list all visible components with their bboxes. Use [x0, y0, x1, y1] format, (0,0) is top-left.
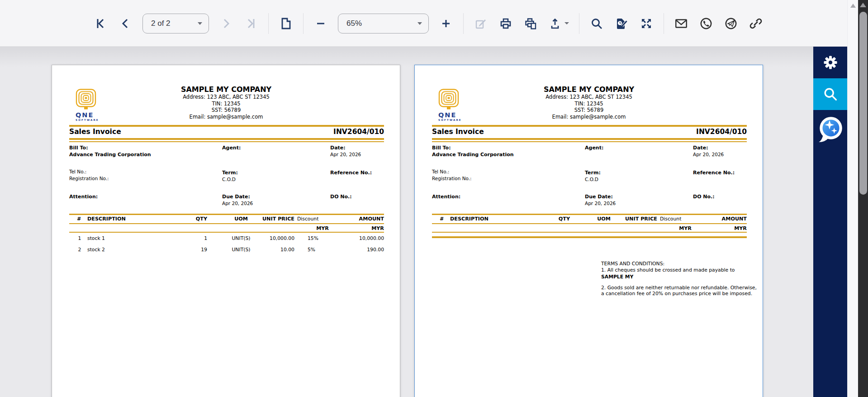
invoice-page-2[interactable]: QNE SOFTWARE SAMPLE MY COMPANY Address: … [414, 65, 763, 397]
inner-scrollbar[interactable] [847, 0, 858, 397]
table-header-unit-price: UNIT PRICE [612, 216, 657, 222]
ai-assistant-button[interactable] [813, 112, 847, 146]
table-header-qty: QTY [534, 216, 570, 222]
last-page-button[interactable] [243, 16, 259, 31]
terms-title: TERMS AND CONDITIONS: [601, 261, 664, 267]
next-page-button[interactable] [218, 16, 234, 31]
zoom-out-button[interactable] [313, 16, 328, 31]
telegram-icon [724, 16, 738, 31]
toolbar-separator [463, 13, 464, 34]
email-button[interactable] [674, 16, 689, 31]
company-sst: SST: 56789 [113, 107, 339, 114]
print-page-button[interactable] [523, 16, 538, 31]
term-label: Term: [585, 170, 601, 176]
scroll-up-icon[interactable] [860, 3, 866, 7]
table-rule [69, 232, 384, 233]
table-header-discount: Discount [297, 216, 318, 222]
invoice-page-1[interactable]: QNE SOFTWARE SAMPLE MY COMPANY Address: … [52, 65, 400, 397]
copy-link-button[interactable] [748, 16, 764, 31]
table-header-description: DESCRIPTION [87, 216, 126, 222]
company-sst: SST: 56789 [476, 107, 702, 114]
table-header-qty: QTY [171, 216, 207, 222]
logo-brand-text: QNE [438, 112, 465, 119]
cell-description: stock 2 [87, 247, 105, 253]
table-top-rule [432, 214, 747, 215]
document-number: INV2604/010 [656, 128, 747, 136]
scroll-up-icon[interactable] [850, 4, 856, 8]
due-date-value: Apr 20, 2026 [585, 201, 616, 206]
table-header-num: # [440, 216, 444, 222]
fit-page-icon [279, 17, 293, 30]
export-icon [548, 17, 562, 30]
browser-scrollbar[interactable] [858, 0, 868, 397]
ai-chat-icon [816, 114, 845, 144]
bill-to-value: Advance Trading Corporation [69, 152, 151, 158]
table-rule [432, 232, 747, 233]
zoom-in-button[interactable] [438, 16, 454, 31]
currency-label: MYR [293, 225, 329, 231]
company-email: Email: sample@sample.com [476, 114, 702, 120]
first-page-button[interactable] [93, 16, 108, 31]
document-number: INV2604/010 [294, 128, 384, 136]
company-header: SAMPLE MY COMPANY Address: 123 ABC, ABC … [476, 85, 702, 120]
term-label: Term: [222, 170, 238, 176]
scrollbar-thumb[interactable] [859, 12, 867, 195]
attention-label: Attention: [69, 194, 98, 200]
company-name: SAMPLE MY COMPANY [476, 85, 702, 94]
cell-num: 2 [77, 247, 82, 253]
cell-unit-price: 10.00 [249, 247, 294, 253]
company-logo: QNE SOFTWARE [76, 89, 103, 121]
page-selector[interactable]: 2 of 2 [142, 14, 209, 33]
telegram-button[interactable] [723, 16, 739, 31]
due-date-label: Due Date: [222, 194, 250, 200]
company-address: Address: 123 ABC, ABC ST 12345 [113, 94, 339, 100]
last-page-icon [244, 17, 258, 30]
search-button[interactable] [589, 16, 604, 31]
tel-label: Tel No.: [432, 169, 449, 174]
do-label: DO No.: [330, 194, 352, 200]
cell-unit-price: 10,000.00 [249, 235, 294, 241]
bill-to-label: Bill To: [69, 145, 88, 151]
table-header-discount: Discount [660, 216, 681, 222]
page-selector-value: 2 of 2 [151, 19, 171, 28]
company-tin: TIN: 12345 [113, 100, 339, 107]
editing-fields-button[interactable] [614, 16, 629, 31]
table-header-num: # [77, 216, 81, 222]
date-value: Apr 20, 2026 [693, 152, 724, 157]
table-top-rule [69, 214, 384, 215]
cell-description: stock 1 [87, 235, 105, 241]
reference-label: Reference No.: [693, 170, 735, 176]
gold-divider [432, 125, 747, 127]
sidebar-settings-button[interactable] [813, 47, 847, 78]
toolbar-separator [664, 13, 664, 34]
whatsapp-button[interactable] [698, 16, 714, 31]
gold-divider [432, 141, 747, 142]
due-date-label: Due Date: [585, 194, 613, 200]
attention-label: Attention: [432, 194, 460, 200]
toolbar-separator [268, 13, 269, 34]
zoom-selector-value: 65% [346, 19, 362, 28]
fullscreen-button[interactable] [639, 16, 654, 31]
zoom-selector[interactable]: 65% [338, 14, 429, 33]
print-button[interactable] [498, 16, 513, 31]
due-date-value: Apr 20, 2026 [222, 201, 253, 206]
logo-sub-text: SOFTWARE [76, 119, 103, 121]
terms-line-1: 1. All cheques should be crossed and mad… [601, 267, 735, 273]
gold-divider [69, 141, 384, 142]
sidebar-search-button[interactable] [813, 78, 847, 110]
table-header-unit-price: UNIT PRICE [249, 216, 294, 222]
search-icon [822, 86, 839, 102]
previous-page-button[interactable] [118, 16, 133, 31]
print-page-icon [524, 17, 537, 30]
toolbar-separator [579, 13, 579, 34]
viewer-toolbar: 2 of 2 65% [0, 0, 847, 47]
next-page-icon [219, 17, 233, 30]
annotate-button[interactable] [473, 16, 489, 31]
currency-label: MYR [339, 225, 384, 231]
document-canvas[interactable]: QNE SOFTWARE SAMPLE MY COMPANY Address: … [0, 47, 847, 397]
fit-page-button[interactable] [278, 16, 294, 31]
zoom-out-icon [314, 17, 327, 30]
registration-label: Registration No.: [69, 176, 109, 181]
cell-discount: 5% [308, 247, 315, 253]
export-button[interactable] [548, 16, 569, 31]
